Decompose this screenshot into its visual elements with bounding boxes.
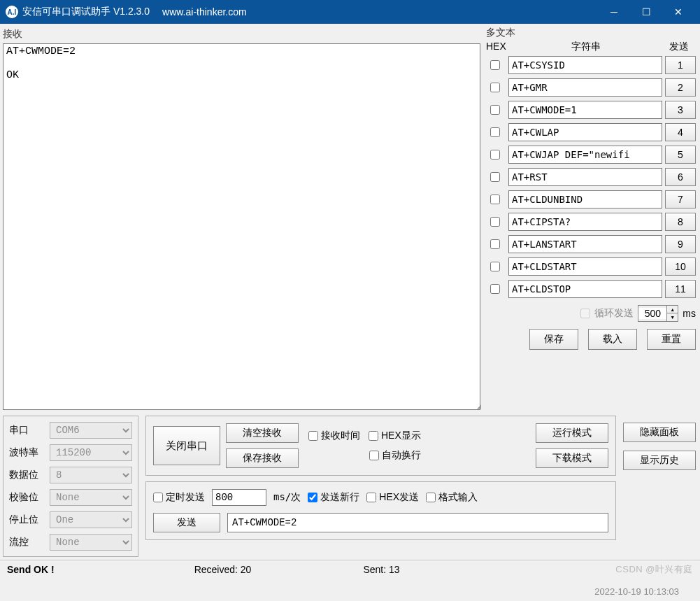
watermark: CSDN @叶兴有庭 [615,563,693,576]
flow-select[interactable]: None [50,534,132,551]
hex-checkbox[interactable] [490,195,500,204]
send-header: 发送 [662,41,696,53]
multitext-header: HEX 字符串 发送 [486,41,696,53]
status-sent: Sent: 13 [363,564,399,575]
receive-time-checkbox[interactable] [308,431,318,441]
timed-send-checkbox[interactable] [153,493,163,502]
multitext-label: 多文本 [486,27,696,39]
load-button[interactable]: 载入 [588,329,637,350]
send-input[interactable] [227,513,608,532]
status-received: Received: 20 [194,564,252,575]
close-button[interactable]: ✕ [662,0,694,24]
status-timestamp: 2022-10-19 10:13:03 [594,586,679,597]
port-settings-panel: 串口COM6 波特率115200 数据位8 校验位None 停止位One 流控N… [3,416,138,557]
save-receive-button[interactable]: 保存接收 [226,448,299,468]
send-command-button[interactable]: 8 [665,213,696,231]
com-select[interactable]: COM6 [50,422,132,439]
hex-checkbox[interactable] [490,239,500,249]
minimize-button[interactable]: ─ [598,0,630,24]
string-header: 字符串 [510,41,662,53]
command-input[interactable] [508,213,662,231]
receive-textarea[interactable]: AT+CWMODE=2 OK◢ [3,43,480,410]
loop-send-checkbox[interactable] [580,309,590,318]
command-row: 6 [486,168,696,186]
hex-checkbox[interactable] [490,217,500,227]
receive-content: AT+CWMODE=2 OK [6,45,76,81]
window-titlebar: A.I 安信可串口调试助手 V1.2.3.0 www.ai-thinker.co… [0,0,700,24]
hex-checkbox[interactable] [490,172,500,182]
hex-checkbox[interactable] [490,83,500,92]
run-mode-button[interactable]: 运行模式 [536,423,608,443]
timer-unit-label: ms/次 [273,491,301,504]
clear-receive-button[interactable]: 清空接收 [226,423,299,443]
maximize-button[interactable]: ☐ [630,0,662,24]
hex-checkbox[interactable] [490,60,500,70]
receive-label: 接收 [0,27,480,42]
send-command-button[interactable]: 7 [665,190,696,208]
format-input-checkbox[interactable] [426,493,436,502]
command-input[interactable] [508,146,662,164]
send-newline-checkbox[interactable] [308,493,317,502]
command-row: 7 [486,190,696,208]
databits-select[interactable]: 8 [50,467,132,483]
timer-interval-input[interactable] [212,489,266,506]
save-button[interactable]: 保存 [529,329,578,350]
databits-label: 数据位 [9,469,44,481]
hide-panel-button[interactable]: 隐藏面板 [623,423,696,442]
hex-send-label: HEX发送 [379,491,419,504]
hex-checkbox[interactable] [490,105,500,115]
stopbits-select[interactable]: One [50,511,132,528]
resize-grip-icon[interactable]: ◢ [477,402,481,411]
command-row: 8 [486,213,696,231]
hex-checkbox[interactable] [490,284,500,294]
loop-interval-input[interactable] [638,308,666,319]
command-input[interactable] [508,123,662,141]
reset-button[interactable]: 重置 [647,329,696,350]
command-input[interactable] [508,78,662,97]
send-command-button[interactable]: 3 [665,101,696,119]
command-row: 4 [486,123,696,141]
parity-label: 校验位 [9,491,44,504]
send-command-button[interactable]: 1 [665,56,696,74]
command-input[interactable] [508,168,662,186]
spinner-up-icon[interactable]: ▲ [667,306,678,313]
send-command-button[interactable]: 5 [665,146,696,164]
send-panel: 定时发送 ms/次 发送新行 HEX发送 格式输入 发送 [145,481,616,540]
loop-unit-label: ms [683,308,696,319]
send-button[interactable]: 发送 [153,513,220,532]
spinner-down-icon[interactable]: ▼ [667,313,678,321]
command-input[interactable] [508,190,662,208]
send-command-button[interactable]: 10 [665,257,696,276]
command-row: 2 [486,78,696,97]
hex-checkbox[interactable] [490,262,500,271]
auto-wrap-checkbox[interactable] [369,451,379,460]
loop-interval-spinner[interactable]: ▲▼ [638,305,678,322]
command-input[interactable] [508,257,662,276]
baud-select[interactable]: 115200 [50,444,132,461]
send-command-button[interactable]: 6 [665,168,696,186]
hex-send-checkbox[interactable] [366,493,376,502]
send-command-button[interactable]: 11 [665,280,696,298]
hex-header: HEX [486,41,510,53]
command-input[interactable] [508,101,662,119]
command-input[interactable] [508,56,662,74]
show-history-button[interactable]: 显示历史 [623,451,696,470]
hex-display-checkbox[interactable] [369,431,378,441]
command-input[interactable] [508,235,662,253]
send-command-button[interactable]: 9 [665,235,696,253]
baud-label: 波特率 [9,446,44,459]
download-mode-button[interactable]: 下载模式 [536,448,608,468]
timed-send-label: 定时发送 [166,491,205,504]
command-input[interactable] [508,280,662,298]
send-command-button[interactable]: 4 [665,123,696,141]
hex-checkbox[interactable] [490,150,500,160]
stopbits-label: 停止位 [9,514,44,526]
hex-checkbox[interactable] [490,127,500,137]
send-command-button[interactable]: 2 [665,78,696,97]
status-send-ok: Send OK ! [7,564,55,575]
close-port-button[interactable]: 关闭串口 [153,426,220,465]
parity-select[interactable]: None [50,489,132,506]
command-row: 1 [486,56,696,74]
com-label: 串口 [9,424,44,437]
status-bar: Send OK ! Received: 20 Sent: 13 CSDN @叶兴… [0,560,700,578]
